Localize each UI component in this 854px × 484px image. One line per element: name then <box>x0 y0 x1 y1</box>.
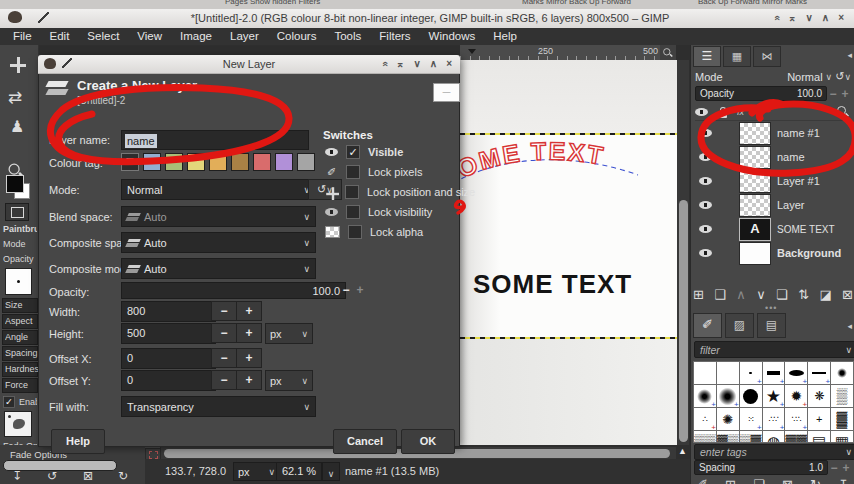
brush-soft-circle-large[interactable] <box>717 385 739 407</box>
close-icon[interactable]: × <box>838 13 844 23</box>
brush-brick[interactable]: ▤ <box>808 431 830 443</box>
search-icon[interactable] <box>837 106 849 118</box>
title-bar[interactable]: *[Untitled]-2.0 (RGB colour 8-bit non-li… <box>0 9 854 29</box>
lock-pixels-checkbox[interactable] <box>346 165 360 179</box>
save-preset-icon[interactable]: ↧ <box>12 469 22 483</box>
height-unit-dropdown[interactable]: px ∨ <box>265 323 313 344</box>
zoom-dropdown[interactable]: ∨ <box>322 462 340 481</box>
duplicate-brush-icon[interactable]: ❏ <box>753 477 765 484</box>
minus-icon[interactable]: − <box>827 87 839 101</box>
reset-icon[interactable]: ↺ <box>835 70 844 83</box>
layer-mode-value[interactable]: Normal <box>787 71 822 83</box>
menu-layer[interactable]: Layer <box>221 28 268 45</box>
layer-row[interactable]: Layer <box>691 193 854 217</box>
spacing-slider[interactable]: Spacing 1.0 <box>694 460 828 475</box>
new-group-icon[interactable]: ❑ <box>714 287 726 302</box>
transform-tool-icon[interactable]: ⇄ <box>8 87 22 108</box>
brush-pixel[interactable] <box>740 362 762 384</box>
composite-mode-dropdown[interactable]: Auto ∨ <box>121 258 316 279</box>
offset-x-minus-button[interactable]: − <box>211 348 237 368</box>
opacity-slider[interactable]: Opacity 100.0 <box>695 86 827 101</box>
raise-layer-icon[interactable]: ∧ <box>736 287 746 302</box>
layer-row[interactable]: name <box>691 145 854 169</box>
minus-icon[interactable]: − <box>339 283 353 297</box>
brush-soft-circle[interactable] <box>694 385 716 407</box>
offset-y-minus-button[interactable]: − <box>211 370 237 390</box>
menu-tools[interactable]: Tools <box>325 28 370 45</box>
brush-grunge-1[interactable]: ▒▒ <box>694 431 716 443</box>
lock-visibility-checkbox[interactable] <box>346 205 360 219</box>
delete-brush-icon[interactable]: ⊠ <box>782 477 793 484</box>
menu-filters[interactable]: Filters <box>370 28 419 45</box>
layer-name[interactable]: Layer <box>777 199 805 211</box>
chevron-down-icon[interactable]: ∨ <box>826 72 833 82</box>
brush-blank[interactable] <box>694 362 716 384</box>
brush-grunge-3[interactable]: ▒▓ <box>740 431 762 443</box>
brush-star[interactable]: ★ <box>763 385 785 407</box>
lower-layer-icon[interactable]: ∨ <box>756 287 766 302</box>
brush-blank[interactable] <box>717 362 739 384</box>
plus-icon[interactable]: + <box>840 461 852 475</box>
new-layer-icon[interactable]: ⊞ <box>693 287 704 302</box>
tab-menu-icon[interactable]: ◂ <box>847 321 852 331</box>
tags-input[interactable]: enter tags ∨ <box>694 444 854 460</box>
shade-icon[interactable]: « <box>771 15 781 21</box>
menu-select[interactable]: Select <box>78 28 128 45</box>
tag-swatch-yellow[interactable] <box>187 153 205 171</box>
tool-option-size[interactable]: Size <box>5 300 39 310</box>
dynamics-preview[interactable] <box>4 411 32 437</box>
padlock-icon[interactable] <box>718 111 727 118</box>
layer-name[interactable]: name <box>777 151 805 163</box>
tag-none-swatch[interactable]: ⊠ <box>121 153 139 171</box>
enable-dynamics-row[interactable]: Enable <box>2 395 37 409</box>
layer-thumbnail[interactable] <box>739 194 771 217</box>
tab-patterns[interactable]: ▨ <box>725 313 754 338</box>
tag-swatch-blue[interactable] <box>143 153 161 171</box>
tool-option-hardness[interactable]: Hardness <box>5 364 39 374</box>
mode-dropdown[interactable]: Normal ∨ <box>121 179 316 200</box>
ok-button[interactable]: OK <box>401 429 455 454</box>
brush-cross[interactable]: + <box>808 408 830 430</box>
offset-x-plus-button[interactable]: + <box>236 348 262 368</box>
enable-checkbox[interactable] <box>3 396 15 408</box>
layer-row[interactable]: Background <box>691 241 854 265</box>
tool-option-spacing[interactable]: Spacing <box>5 348 39 358</box>
help-button[interactable]: Help <box>51 429 105 454</box>
tool-option-angle[interactable]: Angle <box>5 332 39 342</box>
brush-ellipse[interactable] <box>785 362 807 384</box>
eye-icon[interactable] <box>699 153 712 161</box>
delete-layer-icon[interactable]: ⊠ <box>842 287 853 302</box>
layer-thumbnail[interactable] <box>739 146 771 169</box>
add-mask-icon[interactable]: ◪ <box>819 287 831 302</box>
tool-option-force[interactable]: Force <box>5 380 39 390</box>
duplicate-layer-icon[interactable]: ❏ <box>776 287 788 302</box>
switch-lock-alpha[interactable]: Lock alpha <box>325 225 423 239</box>
lock-alpha-checkbox[interactable] <box>348 225 362 239</box>
tool-option-aspect[interactable]: Aspect <box>5 316 39 326</box>
scroll-up-arrow-icon[interactable]: ▲ <box>678 446 687 456</box>
offset-y-unit-dropdown[interactable]: px ∨ <box>265 370 313 391</box>
new-brush-icon[interactable]: ⊞ <box>725 477 736 484</box>
brush-sparks[interactable]: ∴ <box>694 408 716 430</box>
spacing-row[interactable]: Spacing 1.0 − + <box>694 460 852 475</box>
offset-y-plus-button[interactable]: + <box>236 370 262 390</box>
plus-icon[interactable]: + <box>353 283 367 297</box>
brush-sphere[interactable]: ◍ <box>763 431 785 443</box>
height-plus-button[interactable]: + <box>236 323 262 343</box>
brush-filter-input[interactable]: filter ∨ <box>694 341 854 358</box>
layer-row-selected[interactable]: A SOME TEXT <box>691 217 854 241</box>
active-tool-indicator[interactable] <box>5 203 29 221</box>
lock-position-checkbox[interactable] <box>345 185 359 199</box>
brush-splatter[interactable]: ✹ <box>785 385 807 407</box>
brush-round[interactable] <box>740 385 762 407</box>
brush-fine-line[interactable] <box>808 362 830 384</box>
composite-space-dropdown[interactable]: Auto ∨ <box>121 232 316 253</box>
eye-icon[interactable] <box>699 249 712 257</box>
height-input[interactable]: 500 <box>121 323 216 344</box>
canvas[interactable]: SOME TEXT SOME TEXT <box>460 60 677 445</box>
menu-help[interactable]: Help <box>484 28 526 45</box>
dialog-title-bar[interactable]: New Layer « ⌅ ∨ ∧ × <box>38 55 460 74</box>
refresh-brushes-icon[interactable]: ↻ <box>810 477 821 484</box>
brush-speckle-1[interactable]: ∴∵ <box>763 408 785 430</box>
width-minus-button[interactable]: − <box>211 301 237 321</box>
